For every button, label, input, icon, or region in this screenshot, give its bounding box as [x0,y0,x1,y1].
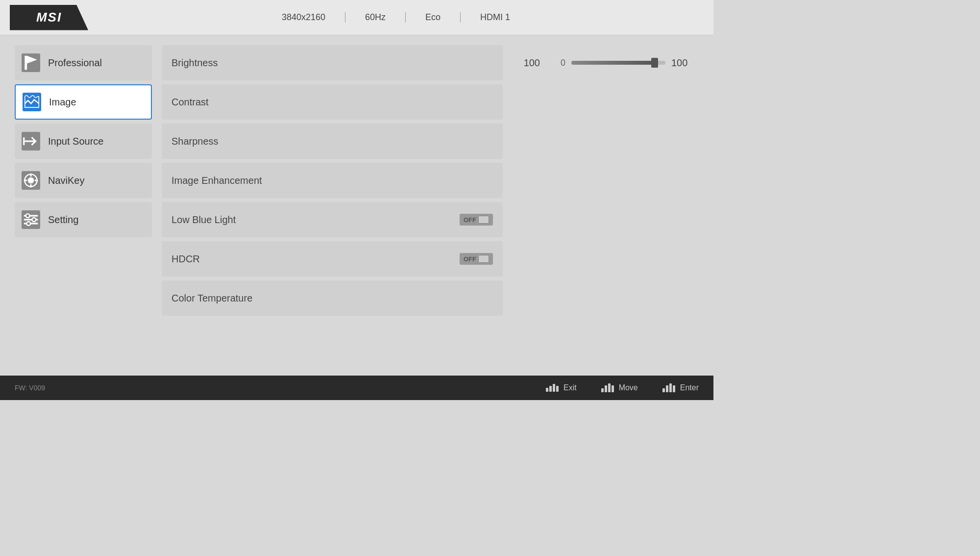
main-content: Professional Image Input Source [0,35,713,376]
sharpness-label: Sharpness [172,136,219,147]
svg-point-9 [32,218,36,222]
menu-item-image-enhancement[interactable]: Image Enhancement [162,163,503,198]
logo-text: MSI [36,10,62,25]
input-source-label: Input Source [48,136,103,147]
right-panel: 100 0 100 [513,45,699,366]
low-blue-light-label: Low Blue Light [172,214,236,226]
enter-action[interactable]: Enter [662,383,699,392]
menu-item-sharpness[interactable]: Sharpness [162,124,503,159]
sidebar-item-image[interactable]: Image [15,84,152,120]
move-icon [601,383,614,392]
mode: Eco [406,12,461,23]
sidebar-item-navikey[interactable]: NaviKey [15,163,152,198]
flag-icon [22,53,40,72]
resolution: 3840x2160 [262,12,345,23]
firmware-version: FW: V009 [15,384,45,392]
header-info: 3840x2160 60Hz Eco HDMI 1 [88,12,704,23]
menu-item-hdcr[interactable]: HDCR OFF [162,241,503,277]
middle-panel: Brightness Contrast Sharpness Image Enha… [162,45,503,366]
exit-icon [546,384,559,392]
hdcr-toggle-indicator [478,255,489,263]
sidebar-item-input-source[interactable]: Input Source [15,124,152,159]
enter-icon [662,383,675,392]
sidebar: Professional Image Input Source [15,45,152,366]
slider-min: 0 [546,58,565,68]
hdcr-toggle[interactable]: OFF [460,253,493,265]
navikey-label: NaviKey [48,175,84,186]
move-action[interactable]: Move [601,383,638,392]
brightness-slider-container: 100 0 100 [513,45,699,80]
slider-current-value: 100 [520,57,540,69]
bottom-bar: FW: V009 Exit Move Enter [0,376,713,400]
navi-icon [22,171,40,190]
logo: MSI [10,5,88,30]
svg-point-8 [26,214,30,218]
professional-label: Professional [48,57,102,69]
setting-label: Setting [48,214,78,226]
hdcr-toggle-text: OFF [464,255,476,263]
low-blue-light-toggle-indicator [478,216,489,224]
svg-point-10 [26,222,30,226]
sidebar-item-professional[interactable]: Professional [15,45,152,80]
color-temperature-label: Color Temperature [172,293,252,304]
exit-action[interactable]: Exit [546,383,577,392]
svg-point-3 [28,177,34,184]
header: MSI 3840x2160 60Hz Eco HDMI 1 [0,0,713,35]
low-blue-light-toggle-text: OFF [464,216,476,224]
menu-item-low-blue-light[interactable]: Low Blue Light OFF [162,202,503,237]
svg-rect-0 [24,56,27,70]
image-icon [23,93,41,111]
hdcr-label: HDCR [172,253,200,265]
setting-icon [22,210,40,229]
slider-max: 100 [671,57,691,69]
exit-label: Exit [564,383,577,392]
menu-item-color-temperature[interactable]: Color Temperature [162,280,503,316]
move-label: Move [619,383,638,392]
slider-fill [571,61,656,65]
contrast-label: Contrast [172,97,209,108]
input-source-display: HDMI 1 [461,12,530,23]
refresh-rate: 60Hz [345,12,406,23]
menu-item-brightness[interactable]: Brightness [162,45,503,80]
image-label: Image [49,97,76,108]
menu-item-contrast[interactable]: Contrast [162,84,503,120]
brightness-label: Brightness [172,57,218,69]
low-blue-light-toggle[interactable]: OFF [460,214,493,226]
enter-label: Enter [680,383,699,392]
slider-thumb[interactable] [651,58,658,68]
slider-track[interactable] [571,61,665,65]
sidebar-item-setting[interactable]: Setting [15,202,152,237]
image-enhancement-label: Image Enhancement [172,175,262,186]
arrow-icon [22,132,40,151]
